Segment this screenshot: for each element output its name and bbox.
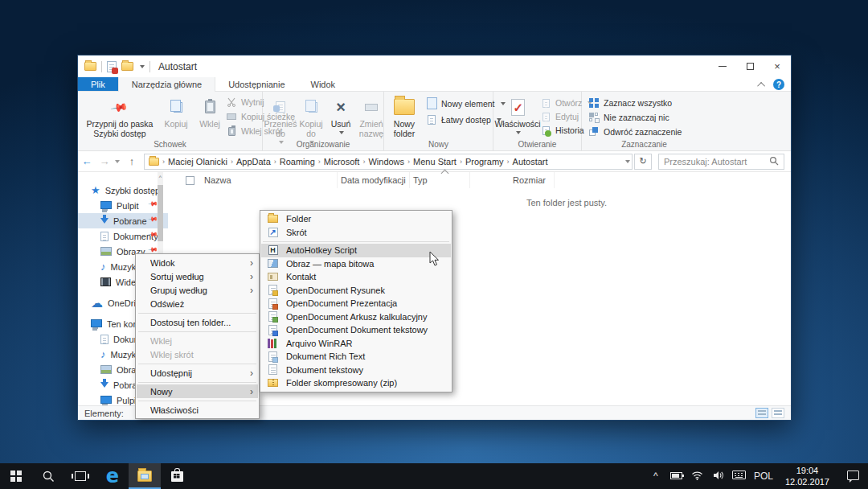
back-button[interactable]: ←: [78, 155, 96, 167]
odf-drawing-icon: [267, 284, 279, 296]
history-icon: [540, 125, 551, 136]
minimize-button[interactable]: [709, 55, 736, 77]
location-folder-icon: [149, 158, 159, 166]
breadcrumb[interactable]: Autostart: [510, 157, 551, 166]
rename-button[interactable]: Zmień nazwę: [356, 95, 387, 146]
tab-share[interactable]: Udostępnianie: [215, 77, 297, 91]
menu-item-group-by[interactable]: Grupuj według›: [137, 283, 258, 297]
submenu-item-text-document[interactable]: Dokument tekstowy: [261, 364, 451, 377]
new-folder-button[interactable]: Nowy folder: [387, 95, 421, 141]
menu-item-view[interactable]: Widok›: [137, 256, 258, 269]
breadcrumb[interactable]: Maciej Olanicki: [166, 157, 230, 166]
file-explorer-button[interactable]: [129, 463, 161, 489]
scrollbar-thumb[interactable]: [158, 185, 163, 241]
submenu-item-odf-drawing[interactable]: OpenDocument Rysunek: [261, 284, 451, 298]
select-all-button[interactable]: Zaznacz wszystko: [588, 97, 682, 109]
task-view-button[interactable]: [64, 463, 96, 489]
battery-icon[interactable]: [666, 471, 687, 482]
edge-button[interactable]: e: [96, 463, 129, 489]
breadcrumb[interactable]: Microsoft: [321, 157, 362, 166]
details-view-button[interactable]: [755, 408, 768, 418]
language-indicator[interactable]: POL: [750, 471, 777, 482]
search-icon[interactable]: [769, 156, 779, 167]
menu-item-refresh[interactable]: Odśwież: [137, 297, 258, 310]
submenu-item-rich-text-document[interactable]: Dokument Rich Text: [261, 350, 451, 364]
properties-button[interactable]: ✓ Właściwości: [497, 95, 538, 137]
recent-locations-icon[interactable]: [113, 158, 123, 165]
sidebar-item-documents[interactable]: Dokumenty 📌: [78, 228, 168, 244]
submenu-item-odf-text-document[interactable]: OpenDocument Dokument tekstowy: [261, 323, 451, 337]
store-button[interactable]: [161, 463, 193, 489]
sidebar-item-quick-access[interactable]: ★ Szybki dostęp: [78, 183, 168, 198]
start-button[interactable]: [0, 463, 32, 489]
menu-item-share[interactable]: Udostępnij›: [137, 366, 258, 380]
breadcrumb[interactable]: Roaming: [277, 157, 317, 166]
paste-button[interactable]: Wklej: [194, 95, 226, 141]
scroll-up-icon[interactable]: ^: [158, 172, 163, 183]
sidebar-item-downloads[interactable]: Pobrane 📌: [78, 213, 168, 228]
copy-to-button[interactable]: Kopiuj do: [297, 95, 326, 146]
menu-item-properties[interactable]: Właściwości: [137, 403, 258, 417]
submenu-item-autohotkey-script[interactable]: H AutoHotkey Script: [261, 244, 451, 257]
maximize-button[interactable]: [736, 55, 764, 77]
move-to-button[interactable]: Przenieś do: [266, 95, 295, 146]
breadcrumb[interactable]: AppData: [234, 157, 273, 166]
menu-item-new[interactable]: Nowy›: [137, 384, 258, 398]
chevron-down-icon[interactable]: [140, 65, 145, 68]
check-badge: [112, 68, 118, 74]
tray-chevron-icon[interactable]: ^: [645, 471, 666, 482]
sidebar-item-desktop[interactable]: Pulpit 📌: [78, 198, 168, 213]
submenu-item-odf-presentation[interactable]: OpenDocument Prezentacja: [261, 297, 451, 310]
breadcrumb[interactable]: Programy: [463, 157, 506, 166]
menu-separator: [138, 331, 256, 332]
submenu-item-winrar-archive[interactable]: Arquivo WinRAR: [261, 337, 451, 351]
delete-button[interactable]: × Usuń: [327, 95, 354, 146]
column-type[interactable]: Typ: [410, 172, 470, 188]
menu-item-paste[interactable]: Wklej: [137, 334, 258, 347]
copy-button[interactable]: Kopiuj: [160, 95, 192, 141]
submenu-item-shortcut[interactable]: ↗ Skrót: [261, 226, 451, 240]
empty-folder-message: Ten folder jest pusty.: [526, 198, 607, 208]
column-size[interactable]: Rozmiar: [470, 172, 555, 188]
pictures-icon: [100, 365, 112, 374]
invert-selection-button[interactable]: Odwróć zaznaczenie: [588, 126, 682, 138]
submenu-item-bitmap-image[interactable]: Obraz — mapa bitowa: [261, 257, 451, 271]
submenu-item-contact[interactable]: Kontakt: [261, 270, 451, 284]
refresh-button[interactable]: ↻: [634, 154, 652, 170]
up-button[interactable]: ↑: [123, 155, 141, 167]
move-to-icon: [276, 101, 285, 113]
forward-button[interactable]: →: [96, 155, 113, 167]
new-folder-icon[interactable]: [121, 62, 133, 71]
submenu-item-odf-spreadsheet[interactable]: OpenDocument Arkusz kalkulacyjny: [261, 310, 451, 324]
properties-icon[interactable]: [107, 61, 117, 72]
action-center-icon[interactable]: [837, 471, 868, 483]
breadcrumb[interactable]: Menu Start: [411, 157, 459, 166]
tab-file[interactable]: Plik: [78, 77, 118, 91]
tab-view[interactable]: Widok: [298, 77, 349, 91]
select-none-button[interactable]: Nie zaznaczaj nic: [588, 112, 682, 123]
select-checkbox[interactable]: [186, 176, 194, 185]
divider: [149, 61, 150, 72]
menu-item-paste-shortcut[interactable]: Wklej skrót: [137, 347, 258, 361]
column-date-modified[interactable]: Data modyfikacji: [338, 172, 410, 188]
menu-item-customize-folder[interactable]: Dostosuj ten folder...: [137, 315, 258, 329]
address-bar[interactable]: › Maciej Olanicki › AppData › Roaming › …: [144, 154, 633, 170]
pin-to-quick-access-button[interactable]: 📌 Przypnij do paska Szybki dostęp: [81, 95, 158, 141]
address-dropdown-icon[interactable]: [625, 160, 630, 163]
submenu-item-folder[interactable]: Folder: [261, 212, 451, 226]
menu-item-sort-by[interactable]: Sortuj według›: [137, 269, 258, 283]
volume-icon[interactable]: [708, 471, 729, 483]
large-icons-view-button[interactable]: [772, 408, 784, 418]
folder-icon[interactable]: [84, 62, 96, 71]
taskbar-search-button[interactable]: [32, 463, 64, 489]
wifi-icon[interactable]: [687, 471, 708, 483]
taskbar-clock[interactable]: 19:04 12.02.2017: [777, 465, 837, 488]
close-button[interactable]: ×: [764, 55, 791, 77]
keyboard-icon[interactable]: [729, 471, 750, 482]
submenu-item-zip-folder[interactable]: Folder skompresowany (zip): [261, 376, 451, 390]
column-name[interactable]: Nazwa: [201, 172, 338, 188]
tab-home[interactable]: Narzędzia główne: [118, 77, 215, 92]
search-input[interactable]: Przeszukaj: Autostart: [658, 154, 784, 170]
help-icon[interactable]: ?: [773, 79, 784, 90]
breadcrumb[interactable]: Windows: [366, 157, 407, 166]
